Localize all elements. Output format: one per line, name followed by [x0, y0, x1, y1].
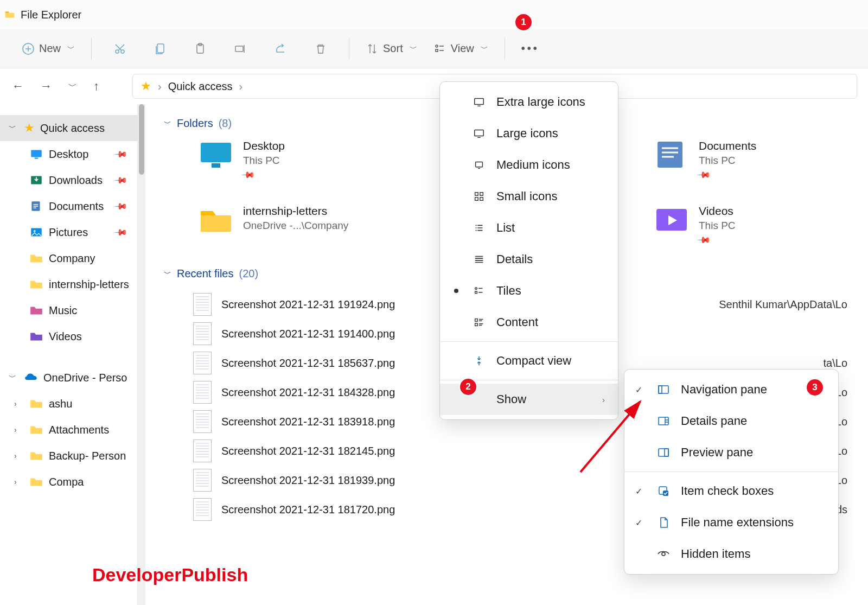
file-name: Screenshot 2021-12-31 181939.png [221, 474, 395, 487]
sidebar-item-label: internship-letters [49, 278, 129, 291]
menu-item-small icons[interactable]: Small icons [440, 181, 618, 212]
sidebar-item-videos[interactable]: Videos [0, 323, 137, 349]
folder-name: Desktop [243, 139, 285, 152]
sidebar-item-compa[interactable]: › Compa [0, 469, 137, 495]
menu-item-details[interactable]: Details [440, 244, 618, 275]
rename-icon [234, 42, 247, 55]
pin-icon: 📌 [113, 173, 129, 188]
folder-icon [29, 303, 43, 317]
recent-dropdown[interactable]: ﹀ [68, 81, 77, 92]
chevron-down-icon: ﹀ [164, 269, 171, 279]
share-button[interactable] [262, 38, 299, 60]
back-button[interactable]: ← [12, 79, 24, 93]
pictures-icon [29, 225, 43, 239]
sidebar-item-desktop[interactable]: Desktop 📌 [0, 141, 137, 167]
menu-item-compact-view[interactable]: Compact view [440, 345, 618, 377]
folder-icon [29, 329, 43, 343]
pin-icon: 📌 [113, 199, 129, 214]
menu-item-preview pane[interactable]: Preview pane [624, 437, 838, 468]
svg-rect-21 [475, 130, 484, 136]
sidebar-item-documents[interactable]: Documents 📌 [0, 193, 137, 219]
file-name: Screenshot 2021-12-31 185637.png [221, 357, 395, 370]
menu-item-label: Show [496, 392, 526, 406]
menu-item-label: File name extensions [681, 515, 794, 530]
new-button[interactable]: New ﹀ [15, 38, 81, 60]
folder-tile[interactable]: internship-letters OneDrive -...\Company [199, 205, 394, 235]
sidebar-item-label: Pictures [49, 226, 88, 239]
copy-icon [154, 42, 167, 55]
content-icon [471, 316, 487, 328]
sidebar-item-quick-access[interactable]: ﹀ ★ Quick access [0, 115, 137, 141]
desktop-icon [29, 147, 43, 161]
sidebar-item-label: Desktop [49, 148, 88, 161]
sidebar-item-downloads[interactable]: Downloads 📌 [0, 167, 137, 193]
menu-item-list[interactable]: List [440, 212, 618, 244]
folder-name: internship-letters [243, 205, 348, 218]
up-button[interactable]: ↑ [93, 79, 99, 93]
file-name: Screenshot 2021-12-31 183918.png [221, 416, 395, 428]
separator [505, 38, 505, 60]
sidebar-item-label: Downloads [49, 174, 103, 187]
sidebar-item-backup- person[interactable]: › Backup- Person [0, 443, 137, 469]
file-thumbnail [193, 410, 212, 433]
folder-location: This PC [699, 220, 736, 232]
paste-button[interactable] [182, 38, 219, 60]
svg-rect-6 [235, 46, 243, 52]
folder-tile[interactable]: Videos This PC📌 [654, 205, 850, 246]
svg-point-7 [436, 45, 438, 47]
view-button[interactable]: View ﹀ [427, 38, 495, 60]
menu-separator [440, 341, 618, 342]
delete-button[interactable] [302, 38, 339, 60]
file-thumbnail [193, 440, 212, 462]
sidebar: ﹀ ★ Quick access Desktop 📌 Downloads 📌 D… [0, 104, 138, 605]
grid-icon [471, 190, 487, 202]
chevron-right-icon: › [14, 399, 24, 408]
sidebar-item-pictures[interactable]: Pictures 📌 [0, 219, 137, 245]
chevron-down-icon: ﹀ [481, 44, 488, 54]
menu-item-label: Item check boxes [681, 484, 774, 498]
sidebar-item-internship-letters[interactable]: internship-letters [0, 271, 137, 297]
sidebar-item-onedrive[interactable]: ﹀ OneDrive - Perso [0, 365, 137, 391]
chevron-down-icon: ﹀ [164, 119, 171, 129]
sidebar-item-label: OneDrive - Perso [43, 372, 127, 384]
folder-name: Documents [699, 139, 756, 152]
menu-item-item check boxes[interactable]: ✓ Item check boxes [624, 475, 838, 507]
menu-item-extra large icons[interactable]: Extra large icons [440, 86, 618, 118]
section-count: (8) [219, 117, 232, 130]
menu-separator [624, 472, 838, 472]
file-name: Screenshot 2021-12-31 184328.png [221, 386, 395, 399]
plus-circle-icon [22, 42, 35, 55]
copy-button[interactable] [142, 38, 178, 60]
more-button[interactable]: ••• [515, 38, 546, 59]
menu-item-large icons[interactable]: Large icons [440, 118, 618, 149]
svg-rect-30 [475, 323, 478, 326]
menu-item-hidden items[interactable]: Hidden items [624, 538, 838, 570]
nav-row: ← → ﹀ ↑ ★ › Quick access › [0, 68, 868, 104]
folder-icon [4, 9, 15, 20]
cut-button[interactable] [101, 38, 138, 60]
scrollbar[interactable] [138, 104, 145, 605]
folder-tile[interactable]: Desktop This PC📌 [199, 139, 394, 181]
sidebar-item-attachments[interactable]: › Attachments [0, 417, 137, 443]
chevron-right-icon: › [239, 80, 243, 93]
svg-rect-34 [659, 449, 668, 456]
menu-item-details pane[interactable]: Details pane [624, 405, 838, 437]
sidebar-item-ashu[interactable]: › ashu [0, 391, 137, 417]
sidebar-item-music[interactable]: Music [0, 297, 137, 323]
rename-button[interactable] [222, 38, 259, 60]
menu-item-content[interactable]: Content [440, 307, 618, 338]
sort-button[interactable]: Sort ﹀ [359, 38, 424, 60]
sidebar-item-company[interactable]: Company [0, 245, 137, 271]
file-path: ta\Lo [824, 357, 847, 370]
menu-item-label: Extra large icons [496, 95, 585, 109]
folder-icon [29, 277, 43, 291]
forward-button[interactable]: → [40, 79, 52, 93]
menu-item-navigation pane[interactable]: ✓ Navigation pane [624, 374, 838, 405]
menu-item-file name extensions[interactable]: ✓ File name extensions [624, 507, 838, 538]
cut-icon [113, 42, 126, 55]
menu-item-tiles[interactable]: Tiles [440, 275, 618, 307]
folder-tile[interactable]: Documents This PC📌 [654, 139, 850, 181]
menu-item-medium icons[interactable]: Medium icons [440, 149, 618, 181]
pin-icon: 📌 [113, 225, 129, 240]
scrollbar-thumb[interactable] [139, 104, 144, 175]
